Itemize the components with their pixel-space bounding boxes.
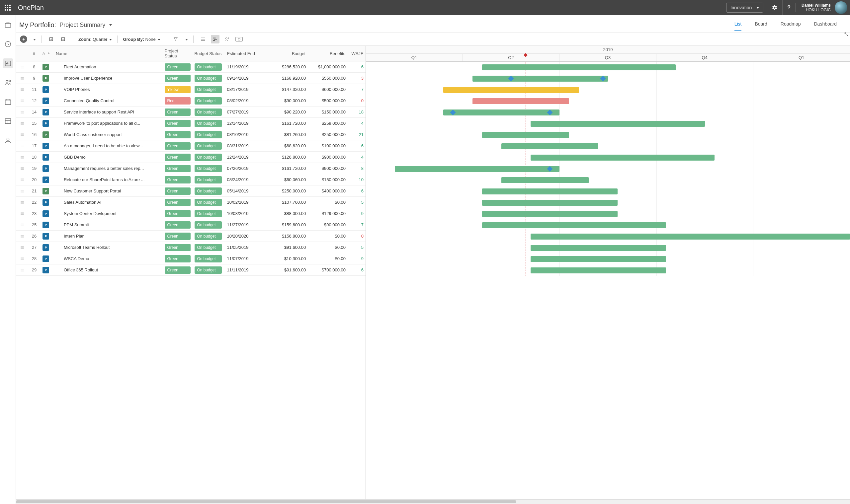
gantt-row[interactable]	[366, 107, 850, 118]
row-name[interactable]: PPM Summit	[53, 219, 163, 230]
gantt-bar[interactable]	[482, 222, 666, 228]
table-row[interactable]: 23PSystem Center DevlopmentGreenOn budge…	[16, 208, 366, 219]
tab-board[interactable]: Board	[755, 19, 767, 31]
expand-all-icon[interactable]	[47, 35, 55, 43]
drag-handle-icon[interactable]	[16, 118, 29, 129]
drag-handle-icon[interactable]	[16, 265, 29, 275]
row-name[interactable]: Intern Plan	[53, 231, 163, 241]
row-name[interactable]: System Center Devlopment	[53, 208, 163, 219]
rail-clock-icon[interactable]	[3, 39, 13, 49]
drag-handle-icon[interactable]	[16, 242, 29, 253]
col-budget-status[interactable]: Budget Status	[192, 46, 225, 61]
drag-handle-icon[interactable]	[16, 174, 29, 185]
gantt-row[interactable]	[366, 231, 850, 242]
grid-body[interactable]: 8PFleet AutomationGreenOn budget11/19/20…	[16, 61, 366, 504]
gantt-bar[interactable]	[531, 234, 850, 239]
gantt-row[interactable]	[366, 152, 850, 163]
drag-handle-icon[interactable]	[16, 107, 29, 118]
drag-handle-icon[interactable]	[16, 73, 29, 84]
group-value[interactable]: None	[145, 37, 160, 42]
gantt-bar[interactable]	[443, 109, 559, 115]
settings-icon[interactable]	[767, 0, 782, 15]
gantt-bar[interactable]	[472, 98, 569, 104]
row-name[interactable]: New Customer Support Portal	[53, 185, 163, 196]
view-selector[interactable]: Project Summary	[59, 22, 112, 29]
gantt-body[interactable]	[366, 62, 850, 276]
filter-icon[interactable]	[171, 35, 180, 43]
table-row[interactable]: 21PNew Customer Support PortalGreenOn bu…	[16, 185, 366, 197]
row-name[interactable]: As a manager, I need to be able to view.…	[53, 140, 163, 151]
table-row[interactable]: 29POffice 365 RolloutGreenOn budget11/11…	[16, 265, 366, 276]
table-row[interactable]: 14PService interface to support Rest API…	[16, 107, 366, 118]
gantt-row[interactable]	[366, 253, 850, 265]
table-row[interactable]: 16PWorld-Class customer supportGreenOn b…	[16, 129, 366, 140]
table-row[interactable]: 8PFleet AutomationGreenOn budget11/19/20…	[16, 61, 366, 73]
col-budget[interactable]: Budget	[265, 46, 308, 61]
gantt-row[interactable]	[366, 175, 850, 186]
col-benefits[interactable]: Benefits	[308, 46, 348, 61]
row-name[interactable]: Microsoft Teams Rollout	[53, 242, 163, 253]
gantt-row[interactable]	[366, 186, 850, 197]
currency-view-icon[interactable]	[235, 35, 243, 43]
col-wsjf[interactable]: WSJF	[348, 46, 366, 61]
gantt-row[interactable]	[366, 163, 850, 175]
gantt-bar[interactable]	[472, 76, 608, 82]
gantt-row[interactable]	[366, 197, 850, 209]
table-row[interactable]: 25PPPM SummitGreenOn budget11/27/2019$15…	[16, 219, 366, 231]
drag-handle-icon[interactable]	[16, 140, 29, 151]
table-row[interactable]: 11PVOIP PhonesYellowOn budget08/17/2019$…	[16, 84, 366, 95]
drag-handle-icon[interactable]	[16, 61, 29, 72]
gantt-row[interactable]	[366, 73, 850, 84]
gantt-view-icon[interactable]	[211, 35, 220, 43]
rail-layout-icon[interactable]	[3, 116, 13, 126]
table-row[interactable]: 9PImprove User ExperienceGreenOn budget0…	[16, 73, 366, 84]
drag-handle-icon[interactable]	[16, 151, 29, 163]
gantt-pane[interactable]: 2019 Q1Q2Q3Q4Q1	[366, 46, 850, 504]
row-name[interactable]: World-Class customer support	[53, 129, 163, 140]
rail-briefcase-icon[interactable]	[3, 20, 13, 30]
gantt-row[interactable]	[366, 220, 850, 231]
list-view-icon[interactable]	[199, 35, 208, 43]
avatar[interactable]	[835, 1, 847, 14]
app-launcher-icon[interactable]	[0, 0, 15, 15]
zoom-value[interactable]: Quarter	[93, 37, 112, 42]
row-name[interactable]: GBB Demo	[53, 151, 163, 163]
gantt-row[interactable]	[366, 95, 850, 107]
add-dropdown-icon[interactable]	[31, 37, 36, 42]
table-row[interactable]: 12PConnected Quality ControlRedOn budget…	[16, 95, 366, 107]
gantt-row[interactable]	[366, 265, 850, 276]
filter-dropdown-icon[interactable]	[183, 37, 188, 42]
drag-handle-icon[interactable]	[16, 185, 29, 196]
col-num[interactable]: #	[29, 46, 40, 61]
rail-people-icon[interactable]	[3, 78, 13, 88]
gantt-row[interactable]	[366, 118, 850, 129]
table-row[interactable]: 18PGBB DemoGreenOn budget12/24/2019$126,…	[16, 151, 366, 163]
workspace-selector[interactable]: Innovation	[726, 3, 764, 13]
horizontal-scrollbar[interactable]	[16, 499, 850, 504]
gantt-bar[interactable]	[531, 121, 705, 127]
drag-handle-icon[interactable]	[16, 219, 29, 230]
resource-view-icon[interactable]	[223, 35, 231, 43]
row-name[interactable]: VOIP Phones	[53, 84, 163, 95]
rail-chart-icon[interactable]	[3, 58, 13, 68]
gantt-row[interactable]	[366, 209, 850, 220]
collapse-all-icon[interactable]	[59, 35, 67, 43]
tab-dashboard[interactable]: Dashboard	[814, 19, 837, 31]
tab-roadmap[interactable]: Roadmap	[781, 19, 801, 31]
gantt-row[interactable]	[366, 242, 850, 253]
gantt-bar[interactable]	[531, 245, 666, 251]
gantt-row[interactable]	[366, 84, 850, 95]
gantt-bar[interactable]	[443, 87, 579, 93]
drag-handle-icon[interactable]	[16, 208, 29, 219]
col-name[interactable]: Name	[53, 46, 163, 61]
table-row[interactable]: 27PMicrosoft Teams RolloutGreenOn budget…	[16, 242, 366, 253]
col-hierarchy[interactable]	[40, 46, 53, 61]
row-name[interactable]: Service interface to support Rest API	[53, 107, 163, 118]
help-icon[interactable]: ?	[782, 0, 795, 15]
gantt-bar[interactable]	[531, 155, 714, 161]
gantt-bar[interactable]	[482, 200, 618, 206]
drag-handle-icon[interactable]	[16, 231, 29, 241]
tab-list[interactable]: List	[734, 19, 742, 31]
drag-handle-icon[interactable]	[16, 95, 29, 106]
rail-calendar-icon[interactable]	[3, 97, 13, 107]
